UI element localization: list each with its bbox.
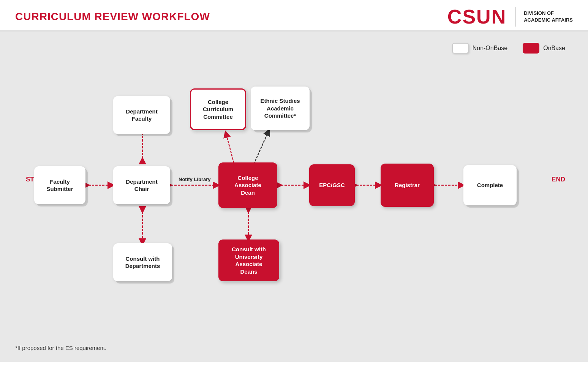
faculty-submitter-node: Faculty Submitter <box>34 166 85 204</box>
registrar-node: Registrar <box>381 164 434 207</box>
consult-departments-node: Consult with Departments <box>113 243 172 281</box>
svg-line-12 <box>254 130 269 164</box>
main-content: Non-OnBase OnBase <box>0 32 588 362</box>
legend-non-onbase: Non-OnBase <box>452 43 508 54</box>
college-curriculum-committee-node: College Curriculum Committee <box>190 88 246 130</box>
workflow-diagram: START END Faculty Submitter Department C… <box>15 66 573 339</box>
legend-white-box <box>452 43 469 54</box>
legend-onbase-label: OnBase <box>543 45 565 52</box>
consult-university-node: Consult with University Associate Deans <box>218 239 279 281</box>
csun-logo-text: CSUN <box>447 7 506 27</box>
logo-divider <box>515 7 515 27</box>
legend-red-box <box>523 43 539 54</box>
complete-node: Complete <box>463 165 517 205</box>
end-label: END <box>552 176 565 183</box>
page-header: CURRICULUM REVIEW WORKFLOW CSUN DIVISION… <box>0 0 588 32</box>
department-chair-node: Department Chair <box>113 166 170 204</box>
ethnic-studies-node: Ethnic Studies Academic Committee* <box>251 87 310 130</box>
legend: Non-OnBase OnBase <box>452 43 565 54</box>
legend-non-onbase-label: Non-OnBase <box>473 45 508 52</box>
svg-line-11 <box>226 132 235 166</box>
department-faculty-node: Department Faculty <box>113 96 170 134</box>
division-text: DIVISION OFACADEMIC AFFAIRS <box>524 10 573 24</box>
footnote: *If proposed for the ES requirement. <box>15 345 106 351</box>
notify-library-label: Notify Library <box>179 176 211 182</box>
legend-onbase: OnBase <box>523 43 565 54</box>
epc-gsc-node: EPC/GSC <box>309 164 355 206</box>
college-associate-dean-node: College Associate Dean <box>218 162 277 208</box>
header-logo: CSUN DIVISION OFACADEMIC AFFAIRS <box>447 7 573 27</box>
page-title: CURRICULUM REVIEW WORKFLOW <box>15 11 210 23</box>
